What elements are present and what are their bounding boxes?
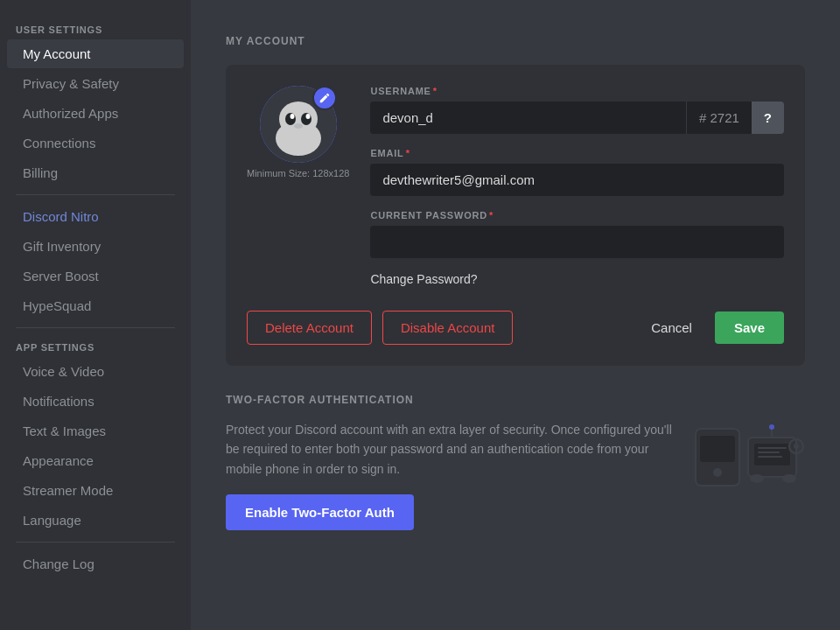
account-card: Minimum Size: 128x128 USERNAME* # 2721 ? xyxy=(226,65,805,366)
sidebar-item-label: Streamer Mode xyxy=(23,483,113,498)
sidebar-item-label: Authorized Apps xyxy=(23,106,118,121)
tfa-title: TWO-FACTOR AUTHENTICATION xyxy=(226,394,805,406)
password-field-group: CURRENT PASSWORD* xyxy=(370,210,784,258)
tfa-description: Protect your Discord account with an ext… xyxy=(226,420,674,479)
sidebar-item-connections[interactable]: Connections xyxy=(7,129,184,158)
sidebar-item-label: Text & Images xyxy=(23,424,106,438)
sidebar: USER SETTINGS My Account Privacy & Safet… xyxy=(0,0,191,630)
svg-point-21 xyxy=(794,444,799,449)
sidebar-item-label: Connections xyxy=(23,136,95,150)
current-password-input[interactable] xyxy=(370,226,784,258)
username-discriminator: # 2721 xyxy=(686,102,752,134)
sidebar-item-label: Voice & Video xyxy=(23,364,104,379)
svg-rect-12 xyxy=(754,444,790,466)
sidebar-item-authorized-apps[interactable]: Authorized Apps xyxy=(7,99,184,128)
cancel-button[interactable]: Cancel xyxy=(639,312,704,344)
sidebar-item-server-boost[interactable]: Server Boost xyxy=(7,262,184,290)
avatar-min-size-label: Minimum Size: 128x128 xyxy=(247,168,349,178)
svg-rect-19 xyxy=(758,456,782,458)
sidebar-item-gift-inventory[interactable]: Gift Inventory xyxy=(7,232,184,261)
sidebar-item-privacy-safety[interactable]: Privacy & Safety xyxy=(7,69,184,98)
username-row: # 2721 ? xyxy=(370,102,784,134)
change-password-link[interactable]: Change Password? xyxy=(370,272,784,286)
svg-point-16 xyxy=(769,424,774,430)
sidebar-item-label: Change Log xyxy=(23,556,94,571)
sidebar-item-hypesquad[interactable]: HypeSquad xyxy=(7,291,184,320)
avatar-edit-button[interactable] xyxy=(312,86,337,110)
svg-point-7 xyxy=(294,123,303,129)
sidebar-item-label: Billing xyxy=(23,165,58,180)
sidebar-item-label: Language xyxy=(23,513,81,528)
svg-point-3 xyxy=(285,113,296,125)
sidebar-item-label: Appearance xyxy=(23,453,94,468)
sidebar-item-label: Notifications xyxy=(23,394,94,409)
sidebar-item-streamer-mode[interactable]: Streamer Mode xyxy=(7,476,184,505)
edit-icon xyxy=(318,92,331,104)
password-label: CURRENT PASSWORD* xyxy=(370,210,784,220)
app-settings-section-label: APP SETTINGS xyxy=(0,335,191,356)
sidebar-item-appearance[interactable]: Appearance xyxy=(7,446,184,475)
sidebar-item-label: Server Boost xyxy=(23,269,99,284)
save-button[interactable]: Save xyxy=(715,312,784,344)
sidebar-item-label: Privacy & Safety xyxy=(23,76,119,91)
avatar-wrapper xyxy=(260,86,337,163)
email-input[interactable] xyxy=(370,164,784,196)
svg-point-13 xyxy=(750,474,764,483)
sidebar-item-billing[interactable]: Billing xyxy=(7,158,184,187)
account-top: Minimum Size: 128x128 USERNAME* # 2721 ? xyxy=(247,86,784,286)
sidebar-divider-2 xyxy=(16,327,175,328)
account-actions: Delete Account Disable Account Cancel Sa… xyxy=(247,304,784,345)
page-title: MY ACCOUNT xyxy=(226,35,805,47)
main-content: MY ACCOUNT xyxy=(191,0,840,630)
svg-point-2 xyxy=(279,102,318,136)
account-fields: USERNAME* # 2721 ? EMAIL* xyxy=(370,86,784,286)
sidebar-divider-3 xyxy=(16,542,175,542)
sidebar-item-label: Discord Nitro xyxy=(23,209,99,224)
sidebar-item-label: HypeSquad xyxy=(23,298,91,313)
sidebar-divider-1 xyxy=(16,194,175,195)
tfa-illustration xyxy=(691,420,805,490)
sidebar-item-label: Gift Inventory xyxy=(23,239,101,254)
sidebar-item-my-account[interactable]: My Account xyxy=(7,39,184,68)
svg-rect-18 xyxy=(758,452,780,453)
svg-point-5 xyxy=(290,114,294,119)
username-input[interactable] xyxy=(370,102,686,134)
sidebar-item-text-images[interactable]: Text & Images xyxy=(7,416,184,445)
svg-point-14 xyxy=(782,474,796,483)
svg-point-10 xyxy=(713,468,722,477)
disable-account-button[interactable]: Disable Account xyxy=(382,311,514,345)
email-field-group: EMAIL* xyxy=(370,148,784,196)
username-field-group: USERNAME* # 2721 ? xyxy=(370,86,784,134)
sidebar-item-language[interactable]: Language xyxy=(7,506,184,535)
sidebar-item-label: My Account xyxy=(23,46,91,61)
sidebar-item-notifications[interactable]: Notifications xyxy=(7,387,184,416)
delete-account-button[interactable]: Delete Account xyxy=(247,311,372,345)
enable-tfa-button[interactable]: Enable Two-Factor Auth xyxy=(226,494,414,530)
sidebar-item-change-log[interactable]: Change Log xyxy=(7,550,184,578)
email-label: EMAIL* xyxy=(370,148,784,158)
user-settings-section-label: USER SETTINGS xyxy=(0,18,191,38)
sidebar-item-discord-nitro[interactable]: Discord Nitro xyxy=(7,202,184,231)
sidebar-item-voice-video[interactable]: Voice & Video xyxy=(7,357,184,386)
username-help-button[interactable]: ? xyxy=(752,102,784,134)
tfa-section: TWO-FACTOR AUTHENTICATION Protect your D… xyxy=(226,394,805,530)
svg-point-4 xyxy=(301,113,312,125)
avatar-section: Minimum Size: 128x128 xyxy=(247,86,349,286)
svg-rect-9 xyxy=(700,436,735,462)
svg-point-6 xyxy=(305,114,310,119)
svg-rect-17 xyxy=(758,447,787,449)
tfa-body: Protect your Discord account with an ext… xyxy=(226,420,805,530)
username-label: USERNAME* xyxy=(370,86,784,96)
tfa-text: Protect your Discord account with an ext… xyxy=(226,420,674,530)
